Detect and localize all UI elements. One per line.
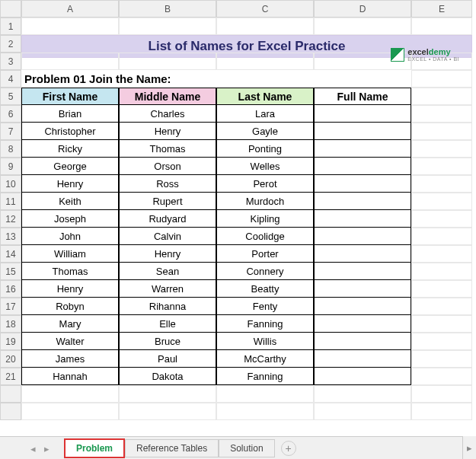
table-cell-middle[interactable]: Bruce [119, 333, 216, 350]
table-cell-last[interactable]: Welles [216, 158, 314, 175]
table-cell-full[interactable] [314, 280, 411, 298]
row-header[interactable]: 7 [0, 123, 21, 140]
table-cell-first[interactable]: Joseph [21, 210, 119, 228]
sheet-tab-reference-tables[interactable]: Reference Tables [125, 439, 219, 457]
empty-cell[interactable] [411, 263, 472, 280]
table-cell-last[interactable]: Beatty [216, 280, 314, 298]
empty-cell[interactable] [21, 18, 119, 35]
table-cell-last[interactable]: Connery [216, 263, 314, 280]
table-cell-first[interactable]: John [21, 228, 119, 245]
row-header[interactable]: 19 [0, 333, 21, 350]
table-cell-full[interactable] [314, 333, 411, 350]
table-cell-first[interactable]: James [21, 350, 119, 368]
table-cell-last[interactable]: Kipling [216, 210, 314, 228]
table-cell-middle[interactable]: Henry [119, 123, 216, 140]
empty-cell[interactable] [411, 70, 472, 88]
row-header[interactable]: 17 [0, 298, 21, 315]
empty-cell[interactable] [411, 385, 472, 403]
table-cell-first[interactable]: Thomas [21, 263, 119, 280]
table-cell-middle[interactable]: Warren [119, 280, 216, 298]
table-cell-full[interactable] [314, 193, 411, 210]
empty-cell[interactable] [411, 298, 472, 315]
row-header[interactable]: 15 [0, 263, 21, 280]
table-cell-last[interactable]: Willis [216, 333, 314, 350]
row-header[interactable]: 3 [0, 53, 21, 70]
table-cell-middle[interactable]: Dakota [119, 368, 216, 385]
table-cell-last[interactable]: Gayle [216, 123, 314, 140]
select-all-corner[interactable] [0, 0, 21, 18]
row-header[interactable]: 16 [0, 280, 21, 298]
row-header[interactable]: 4 [0, 70, 21, 88]
table-cell-first[interactable]: Keith [21, 193, 119, 210]
table-cell-last[interactable]: Porter [216, 245, 314, 263]
table-cell-first[interactable]: Henry [21, 175, 119, 193]
table-cell-middle[interactable]: Ross [119, 175, 216, 193]
empty-cell[interactable] [21, 53, 119, 70]
table-cell-middle[interactable]: Sean [119, 263, 216, 280]
row-header[interactable]: 5 [0, 88, 21, 105]
row-header[interactable]: 13 [0, 228, 21, 245]
column-header[interactable]: C [216, 0, 314, 18]
column-header[interactable]: A [21, 0, 119, 18]
row-header[interactable]: 1 [0, 18, 21, 35]
table-cell-first[interactable]: William [21, 245, 119, 263]
table-cell-full[interactable] [314, 210, 411, 228]
table-cell-first[interactable]: Christopher [21, 123, 119, 140]
table-cell-first[interactable]: Mary [21, 315, 119, 333]
row-header[interactable]: 20 [0, 350, 21, 368]
empty-cell[interactable] [411, 315, 472, 333]
row-header[interactable]: 12 [0, 210, 21, 228]
empty-cell[interactable] [411, 88, 472, 105]
tab-nav-next-icon[interactable]: ▸ [44, 443, 55, 454]
empty-cell[interactable] [216, 385, 314, 403]
row-header[interactable]: 2 [0, 35, 21, 53]
empty-cell[interactable] [119, 403, 216, 420]
table-cell-last[interactable]: Ponting [216, 140, 314, 158]
table-cell-middle[interactable]: Rudyard [119, 210, 216, 228]
table-cell-last[interactable]: Murdoch [216, 193, 314, 210]
empty-cell[interactable] [411, 228, 472, 245]
empty-cell[interactable] [119, 53, 216, 70]
row-header[interactable] [0, 403, 21, 420]
row-header[interactable]: 10 [0, 175, 21, 193]
empty-cell[interactable] [216, 18, 314, 35]
table-cell-middle[interactable]: Rihanna [119, 298, 216, 315]
empty-cell[interactable] [411, 245, 472, 263]
table-cell-full[interactable] [314, 123, 411, 140]
table-cell-full[interactable] [314, 350, 411, 368]
table-cell-full[interactable] [314, 315, 411, 333]
table-cell-first[interactable]: Henry [21, 280, 119, 298]
row-header[interactable]: 21 [0, 368, 21, 385]
empty-cell[interactable] [411, 18, 472, 35]
column-header[interactable]: D [314, 0, 411, 18]
table-cell-first[interactable]: Ricky [21, 140, 119, 158]
table-cell-last[interactable]: Lara [216, 105, 314, 123]
table-cell-full[interactable] [314, 140, 411, 158]
row-header[interactable]: 9 [0, 158, 21, 175]
table-cell-full[interactable] [314, 105, 411, 123]
row-header[interactable]: 14 [0, 245, 21, 263]
table-cell-last[interactable]: Coolidge [216, 228, 314, 245]
empty-cell[interactable] [411, 193, 472, 210]
empty-cell[interactable] [314, 403, 411, 420]
column-header[interactable]: E [411, 0, 472, 18]
empty-cell[interactable] [411, 333, 472, 350]
empty-cell[interactable] [216, 403, 314, 420]
sheet-tab-solution[interactable]: Solution [219, 439, 274, 457]
table-cell-middle[interactable]: Orson [119, 158, 216, 175]
empty-cell[interactable] [314, 385, 411, 403]
empty-cell[interactable] [411, 350, 472, 368]
table-cell-first[interactable]: George [21, 158, 119, 175]
row-header[interactable]: 11 [0, 193, 21, 210]
add-sheet-button[interactable]: + [281, 441, 296, 456]
scroll-right-icon[interactable]: ▸ [462, 436, 476, 459]
table-cell-full[interactable] [314, 368, 411, 385]
table-cell-full[interactable] [314, 228, 411, 245]
empty-cell[interactable] [411, 403, 472, 420]
row-header[interactable]: 18 [0, 315, 21, 333]
empty-cell[interactable] [411, 210, 472, 228]
table-cell-first[interactable]: Hannah [21, 368, 119, 385]
table-cell-middle[interactable]: Calvin [119, 228, 216, 245]
column-header[interactable]: B [119, 0, 216, 18]
table-cell-middle[interactable]: Charles [119, 105, 216, 123]
